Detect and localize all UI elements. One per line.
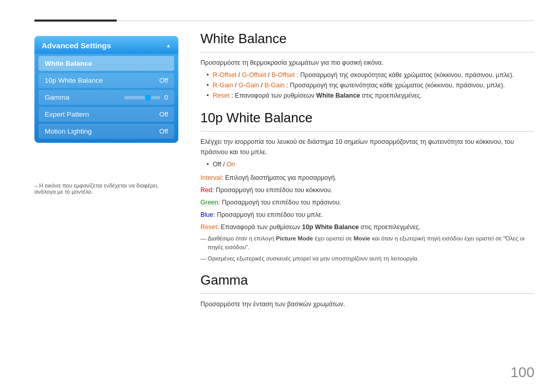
white-balance-title: White Balance (200, 31, 534, 47)
sidebar-item-10p-white-balance[interactable]: 10p White Balance Off (39, 73, 174, 88)
bullet-reset-wb: Reset : Επαναφορά των ρυθμίσεων White Ba… (207, 90, 534, 101)
footnote-dash: – (34, 182, 39, 189)
10p-wb-offon: Off / On (207, 159, 534, 170)
sidebar-title-text: Advanced Settings (42, 41, 111, 50)
sidebar-item-label: Motion Lighting (45, 127, 92, 135)
sidebar-item-value: Off (159, 77, 168, 84)
white-balance-divider (200, 52, 534, 52)
sidebar-item-value: Off (159, 127, 168, 135)
gamma-slider-track[interactable] (124, 96, 160, 99)
bullet-r-offset: R-Offset / G-Offset / B-Offset : Προσαρμ… (207, 70, 534, 80)
10p-wb-divider (200, 131, 534, 132)
sidebar-item-white-balance[interactable]: White Balance (39, 56, 174, 71)
blue-line: Blue: Προσαρμογή του επιπέδου του μπλε. (200, 210, 534, 220)
gamma-section: Gamma Προσαρμόστε την ένταση των βασικών… (200, 272, 534, 309)
top-bar-line-right (117, 21, 534, 21)
sidebar-footnote: – Η εικόνα που εμφανίζεται ενδέχεται να … (34, 182, 178, 195)
sidebar-title: Advanced Settings ▲ (34, 36, 178, 54)
note-line-1: Διαθέσιμο όταν η επιλογή Picture Mode έχ… (200, 234, 534, 252)
main-content: White Balance Προσαρμόστε τη θερμοκρασία… (200, 31, 534, 319)
gamma-slider-row: 0 (124, 94, 168, 101)
10p-wb-sub-bullet: Off / On (200, 159, 534, 170)
sidebar-item-label: White Balance (45, 60, 92, 67)
10p-white-balance-title: 10p White Balance (200, 110, 534, 126)
wb-highlight: White Balance (316, 92, 360, 99)
reset-10p-line: Reset: Επαναφορά των ρυθμίσεων 10p White… (200, 222, 534, 232)
white-balance-section: White Balance Προσαρμόστε τη θερμοκρασία… (200, 31, 534, 101)
sidebar-item-label: Gamma (45, 94, 69, 101)
sidebar-item-gamma[interactable]: Gamma 0 (39, 90, 174, 105)
sidebar-item-motion-lighting[interactable]: Motion Lighting Off (39, 124, 174, 139)
sidebar-item-expert-pattern[interactable]: Expert Pattern Off (39, 107, 174, 122)
r-gain-label: R-Gain (213, 82, 233, 89)
top-bar-line-left (34, 20, 117, 22)
sidebar-panel: Advanced Settings ▲ White Balance 10p Wh… (34, 36, 178, 143)
g-offset-label: G-Offset (242, 71, 266, 79)
page-number: 100 (510, 364, 534, 381)
sidebar-item-label: Expert Pattern (45, 110, 89, 118)
10p-white-balance-section: 10p White Balance Ελέγχει την ισορροπία … (200, 110, 534, 263)
r-offset-label: R-Offset (213, 71, 236, 79)
gamma-slider-thumb (145, 95, 151, 101)
gamma-value: 0 (164, 94, 168, 101)
10p-wb-intro: Ελέγχει την ισορροπία του λευκού σε διάσ… (200, 137, 534, 157)
sidebar: Advanced Settings ▲ White Balance 10p Wh… (34, 36, 178, 143)
red-line: Red: Προσαρμογή του επιπέδου του κόκκινο… (200, 185, 534, 195)
green-line: Green: Προσαρμογή του επιπέδου του πράσι… (200, 197, 534, 208)
interval-line: Interval: Επιλογή διαστήματος για προσαρ… (200, 173, 534, 183)
g-gain-label: G-Gain (238, 82, 259, 89)
sidebar-item-label: 10p White Balance (45, 77, 103, 84)
b-offset-label: B-Offset (271, 71, 295, 79)
sidebar-item-value: Off (159, 110, 168, 118)
white-balance-intro: Προσαρμόστε τη θερμοκρασία χρωμάτων για … (200, 58, 534, 68)
top-bar (34, 20, 534, 22)
on-label: On (227, 161, 235, 168)
gamma-intro: Προσαρμόστε την ένταση των βασικών χρωμά… (200, 299, 534, 309)
sidebar-title-arrow: ▲ (166, 43, 171, 48)
note-line-2: Ορισμένες εξωτερικές συσκευές μπορεί να … (200, 254, 534, 263)
gamma-title: Gamma (200, 272, 534, 288)
reset-wb-label: Reset (213, 92, 230, 99)
10p-wb-lines: Interval: Επιλογή διαστήματος για προσαρ… (200, 173, 534, 232)
white-balance-bullets: R-Offset / G-Offset / B-Offset : Προσαρμ… (200, 70, 534, 101)
b-gain-label: B-Gain (265, 82, 285, 89)
bullet-r-gain: R-Gain / G-Gain / B-Gain : Προσαρμογή τη… (207, 80, 534, 90)
gamma-divider (200, 293, 534, 294)
